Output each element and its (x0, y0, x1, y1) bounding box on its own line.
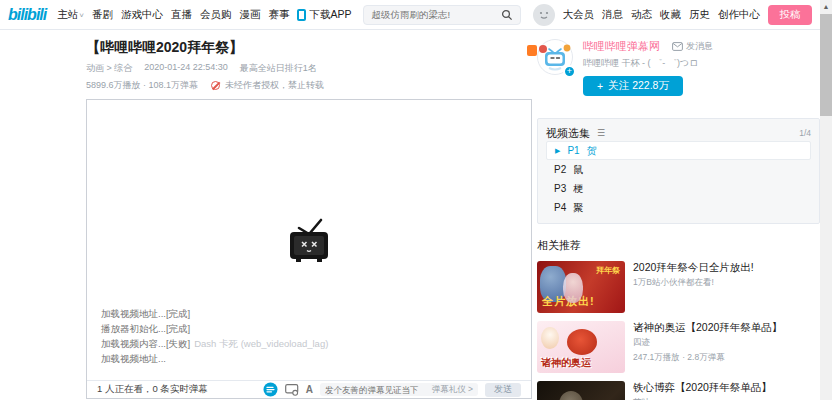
related-video-uploader[interactable]: 四迹 (633, 337, 820, 349)
related-video-stats: 247.1万播放 · 2.8万弹幕 (633, 352, 820, 364)
related-video-title[interactable]: 铁心博弈【2020拜年祭单品】 (633, 381, 785, 394)
nav-item-manga[interactable]: 漫画 (239, 8, 260, 22)
nav-item-history[interactable]: 历史 (689, 8, 710, 22)
sidebar: + 哔哩哔哩弹幕网 发消息 哔哩哔哩 干杯 - ( ゜- ゜)つロ +关注 22… (537, 39, 820, 400)
danmaku-settings-icon[interactable] (285, 384, 299, 396)
related-video-2[interactable]: 诸神的奥运 诸神的奥运【2020拜年祭单品】 四迹 247.1万播放 · 2.8… (537, 321, 820, 373)
video-thumbnail[interactable]: 拜年祭 全片放出! (537, 261, 625, 313)
no-reprint-icon (211, 81, 220, 90)
related-video-title[interactable]: 诸神的奥运【2020拜年祭单品】 (633, 321, 785, 334)
plus-icon: + (597, 80, 603, 92)
log-line: 加载视频地址...[完成] (101, 306, 328, 321)
playlist-card: 视频选集 ☰ 1/4 ▶ P1贺 P2鼠 P3梗 P4聚 (537, 118, 820, 224)
danmaku-input[interactable] (325, 385, 428, 395)
nav-item-game-center[interactable]: 游戏中心 (121, 8, 163, 22)
envelope-icon (672, 42, 683, 51)
send-message-link[interactable]: 发消息 (672, 40, 713, 53)
nav-item-creator-center[interactable]: 创作中心 (718, 8, 760, 22)
uploader-avatar[interactable]: + (537, 39, 573, 75)
related-section-title: 相关推荐 (537, 238, 820, 253)
publish-time: 2020-01-24 22:54:30 (144, 62, 228, 75)
player-load-log: 加载视频地址...[完成] 播放器初始化...[完成] 加载视频内容...[失败… (101, 306, 328, 366)
search-icon[interactable] (501, 9, 513, 21)
page-body: 【哔哩哔哩2020拜年祭】 动画 > 综合 2020-01-24 22:54:3… (0, 31, 820, 400)
scrollbar-thumb[interactable] (820, 14, 832, 116)
play-icon: ▶ (555, 147, 560, 155)
related-video-note: 1万B站小伙伴都在看! (633, 277, 820, 289)
rank-badge: 最高全站日排行1名 (240, 62, 317, 75)
video-thumbnail[interactable]: 铁心博弈 (537, 381, 625, 400)
search-box (363, 5, 520, 25)
uploader-card: + 哔哩哔哩弹幕网 发消息 哔哩哔哩 干杯 - ( ゜- ゜)つロ +关注 22… (537, 39, 820, 96)
danmaku-style-button[interactable]: A (306, 384, 313, 395)
top-navbar: bilibili 主站˅ 番剧 游戏中心 直播 会员购 漫画 赛事 下载APP … (0, 0, 820, 30)
nav-item-vip[interactable]: 大会员 (563, 8, 595, 22)
video-title: 【哔哩哔哩2020拜年祭】 (86, 39, 534, 57)
danmaku-send-button[interactable]: 发送 (485, 383, 521, 397)
uploader-name[interactable]: 哔哩哔哩弹幕网 (583, 39, 660, 54)
main-column: 【哔哩哔哩2020拜年祭】 动画 > 综合 2020-01-24 22:54:3… (86, 31, 534, 399)
upload-button[interactable]: 投稿 (768, 5, 812, 25)
playlist-item-p4[interactable]: P4聚 (546, 198, 811, 217)
playlist-item-p1[interactable]: ▶ P1贺 (546, 141, 811, 160)
related-video-3[interactable]: 铁心博弈 铁心博弈【2020拜年祭单品】 艾叶 302.1万播放 · 18.3万… (537, 381, 820, 400)
follow-button[interactable]: +关注 222.8万 (583, 76, 683, 96)
broken-tv-icon (281, 215, 337, 265)
playlist-item-p3[interactable]: P3梗 (546, 179, 811, 198)
breadcrumb[interactable]: 动画 > 综合 (86, 62, 132, 75)
user-avatar[interactable] (533, 4, 555, 26)
list-menu-icon[interactable]: ☰ (597, 128, 605, 138)
danmaku-input-wrap: 弹幕礼仪 > (320, 383, 478, 396)
related-video-1[interactable]: 拜年祭 全片放出! 2020拜年祭今日全片放出! 1万B站小伙伴都在看! (537, 261, 820, 313)
playlist-item-p2[interactable]: P2鼠 (546, 160, 811, 179)
scrollbar-up-icon[interactable]: ▲ (820, 0, 832, 12)
nav-item-favorites[interactable]: 收藏 (660, 8, 681, 22)
search-input[interactable] (371, 9, 500, 20)
nav-item-main-site[interactable]: 主站˅ (57, 8, 84, 22)
no-reprint-text: 未经作者授权，禁止转载 (225, 79, 324, 92)
watching-count: 1 人正在看，0 条实时弹幕 (97, 383, 208, 396)
activity-pendant-icon[interactable] (527, 45, 537, 56)
danmaku-toggle[interactable] (263, 382, 278, 397)
phone-icon (297, 9, 306, 21)
video-stats-row: 5899.6万播放 · 108.1万弹幕 未经作者授权，禁止转载 (86, 79, 534, 92)
playlist-title: 视频选集 (546, 126, 590, 141)
video-thumbnail[interactable]: 诸神的奥运 (537, 321, 625, 373)
player-screen[interactable]: 加载视频地址...[完成] 播放器初始化...[完成] 加载视频内容...[失败… (87, 100, 531, 380)
video-meta-row: 动画 > 综合 2020-01-24 22:54:30 最高全站日排行1名 (86, 62, 534, 75)
nav-item-esports[interactable]: 赛事 (268, 8, 289, 22)
avatar-face-icon (536, 7, 552, 23)
chevron-down-icon: ˅ (79, 11, 84, 20)
log-line: 加载视频地址... (101, 351, 328, 366)
playlist-page-indicator: 1/4 (799, 128, 811, 138)
download-app-link[interactable]: 下载APP (297, 8, 351, 22)
page-scrollbar[interactable]: ▲ (820, 0, 832, 400)
nav-item-live[interactable]: 直播 (171, 8, 192, 22)
log-line: 加载视频内容...[失败]Dash 卡死 (web_videoload_lag) (101, 336, 328, 351)
follow-plus-badge: + (563, 65, 576, 78)
bilibili-logo[interactable]: bilibili (8, 6, 46, 24)
view-danmaku-count: 5899.6万播放 · 108.1万弹幕 (86, 79, 198, 92)
nav-item-dynamics[interactable]: 动态 (631, 8, 652, 22)
related-video-title[interactable]: 2020拜年祭今日全片放出! (633, 261, 785, 274)
danmaku-bar: 1 人正在看，0 条实时弹幕 A 弹幕礼仪 > 发送 (87, 380, 531, 398)
log-line: 播放器初始化...[完成] (101, 321, 328, 336)
nav-item-bangumi[interactable]: 番剧 (92, 8, 113, 22)
video-player[interactable]: 加载视频地址...[完成] 播放器初始化...[完成] 加载视频内容...[失败… (86, 99, 532, 399)
nav-item-messages[interactable]: 消息 (602, 8, 623, 22)
danmaku-etiquette-link[interactable]: 弹幕礼仪 > (432, 384, 473, 396)
uploader-bio: 哔哩哔哩 干杯 - ( ゜- ゜)つロ (583, 57, 713, 70)
nav-item-vip-shop[interactable]: 会员购 (200, 8, 232, 22)
